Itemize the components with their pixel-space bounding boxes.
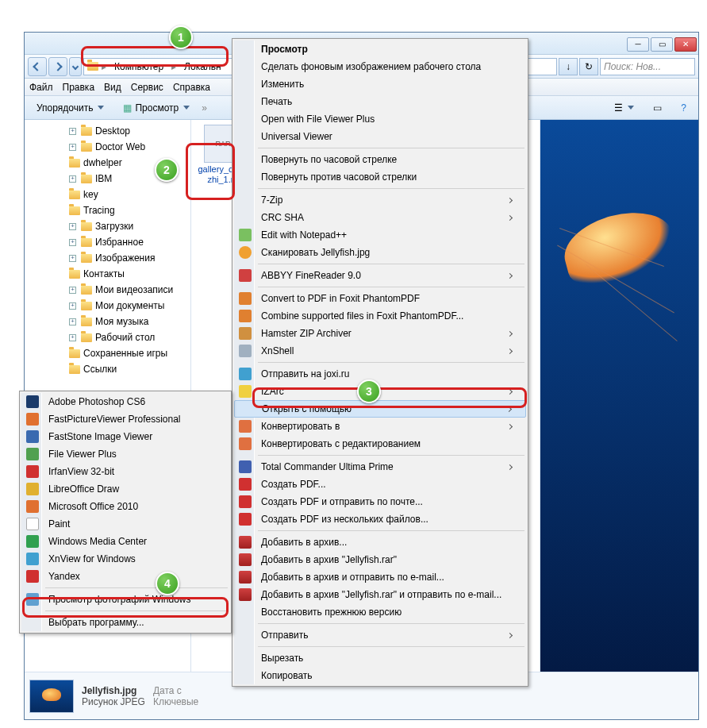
ctx-hamster[interactable]: Hamster ZIP Archiver	[234, 325, 526, 342]
search-placeholder: Поиск: Нов...	[604, 61, 661, 72]
crumb-computer[interactable]: Компьютер	[110, 61, 168, 72]
tree-item: +Рабочий стол	[25, 329, 190, 345]
ow-libreoffice[interactable]: LibreOffice Draw	[21, 480, 229, 498]
ctx-rotate-cw[interactable]: Повернуть по часовой стрелке	[234, 151, 526, 168]
ctx-add-archive-mail[interactable]: Добавить в архив и отправить по e-mail..…	[234, 568, 526, 586]
ctx-add-rar[interactable]: Добавить в архив "Jellyfish.rar"	[234, 551, 526, 568]
tree-item: Ссылки	[25, 361, 190, 377]
badge-3: 3	[357, 379, 381, 403]
ctx-create-pdf-mail[interactable]: Создать PDF и отправить по почте...	[234, 493, 526, 510]
help-button[interactable]: ?	[674, 99, 694, 117]
openwith-submenu[interactable]: Adobe Photoshop CS6 FastPictureViewer Pr…	[19, 391, 232, 634]
chevron-right-icon: ▸	[171, 61, 176, 72]
tree-item: +Загрузки	[25, 218, 190, 234]
ctx-convert-edit[interactable]: Конвертировать с редактированием	[234, 435, 526, 453]
context-menu[interactable]: Просмотр Сделать фоновым изображением ра…	[232, 38, 528, 687]
tree-item: Tracing	[25, 202, 190, 218]
tree-item: +Моя музыка	[25, 314, 190, 329]
ow-xnview[interactable]: XnView for Windows	[21, 550, 229, 568]
ctx-add-archive[interactable]: Добавить в архив...	[234, 533, 526, 551]
ow-msoffice[interactable]: Microsoft Office 2010	[21, 498, 229, 515]
ctx-rotate-ccw[interactable]: Повернуть против часовой стрелки	[234, 168, 526, 186]
ctx-notepadpp[interactable]: Edit with Notepad++	[234, 226, 526, 244]
preview-image	[557, 202, 681, 292]
menu-tools[interactable]: Сервис	[131, 82, 163, 93]
menu-view[interactable]: Вид	[104, 82, 121, 93]
refresh-button[interactable]: ↓	[559, 58, 578, 75]
ctx-xnshell[interactable]: XnShell	[234, 342, 526, 360]
ctx-create-pdf-multi[interactable]: Создать PDF из нескольких файлов...	[234, 510, 526, 528]
ctx-send-to[interactable]: Отправить	[234, 626, 526, 644]
ctx-copy[interactable]: Копировать	[234, 667, 526, 684]
badge-1: 1	[169, 25, 193, 49]
menu-help[interactable]: Справка	[173, 82, 210, 93]
ctx-foxit-combine[interactable]: Combine supported files in Foxit Phantom…	[234, 307, 526, 325]
ctx-add-rar-mail[interactable]: Добавить в архив "Jellyfish.rar" и отпра…	[234, 586, 526, 603]
ctx-preview[interactable]: Просмотр	[234, 40, 526, 58]
ctx-fileviewer[interactable]: Open with File Viewer Plus	[234, 110, 526, 128]
view-mode-button[interactable]: ☰	[607, 99, 641, 117]
ctx-convert-to[interactable]: Конвертировать в	[234, 418, 526, 435]
chevron-right-icon: ▸	[102, 61, 106, 72]
maximize-button[interactable]: ▭	[651, 37, 673, 52]
ctx-universalviewer[interactable]: Universal Viewer	[234, 128, 526, 145]
tree-item: +Doctor Web	[25, 139, 190, 155]
preview-pane-button[interactable]: ▭	[646, 99, 669, 117]
ctx-foxit-convert[interactable]: Convert to PDF in Foxit PhantomPDF	[234, 290, 526, 307]
tree-item: +Desktop	[25, 123, 190, 139]
details-thumbnail	[29, 680, 74, 713]
badge-2: 2	[155, 158, 179, 182]
ow-photoshop[interactable]: Adobe Photoshop CS6	[21, 393, 229, 410]
ctx-edit[interactable]: Изменить	[234, 75, 526, 93]
ctx-restore[interactable]: Восстановить прежнюю версию	[234, 603, 526, 621]
ow-yandex[interactable]: Yandex	[21, 568, 229, 585]
search-input[interactable]: Поиск: Нов...	[600, 58, 695, 75]
menu-edit[interactable]: Правка	[63, 82, 95, 93]
ow-paint[interactable]: Paint	[21, 515, 229, 533]
ctx-totalcmd[interactable]: Total Commander Ultima Prime	[234, 458, 526, 476]
tree-item: +Изображения	[25, 250, 190, 266]
organize-button[interactable]: Упорядочить	[29, 99, 111, 117]
forward-button[interactable]	[48, 57, 67, 76]
crumb-drive[interactable]: Локальн	[179, 61, 226, 72]
ow-fastpicture[interactable]: FastPictureViewer Professional	[21, 410, 229, 428]
folder-icon	[87, 62, 98, 71]
ow-faststone[interactable]: FastStone Image Viewer	[21, 428, 229, 445]
ctx-open-with[interactable]: Открыть с помощью	[234, 400, 526, 418]
preview-button[interactable]: ▦Просмотр	[116, 99, 197, 117]
ow-irfanview[interactable]: IrfanView 32-bit	[21, 463, 229, 480]
tree-item: +Мои документы	[25, 298, 190, 314]
ctx-set-wallpaper[interactable]: Сделать фоновым изображением рабочего ст…	[234, 58, 526, 75]
menu-file[interactable]: Файл	[29, 82, 53, 93]
refresh-button-2[interactable]: ↻	[579, 58, 598, 75]
ow-windows-photo-viewer[interactable]: Просмотр фотографий Windows	[21, 591, 229, 608]
ctx-7zip[interactable]: 7-Zip	[234, 191, 526, 209]
tree-item: Сохраненные игры	[25, 345, 190, 361]
ctx-crc[interactable]: CRC SHA	[234, 209, 526, 226]
tree-item: key	[25, 187, 190, 202]
ctx-print[interactable]: Печать	[234, 93, 526, 110]
details-filename: Jellyfish.jpg	[82, 685, 145, 696]
tree-item: Контакты	[25, 266, 190, 282]
ctx-abbyy[interactable]: ABBYY FineReader 9.0	[234, 267, 526, 284]
ctx-cut[interactable]: Вырезать	[234, 649, 526, 667]
tree-item: +Мои видеозаписи	[25, 282, 190, 298]
preview-pane	[540, 120, 698, 672]
tree-item: +Избранное	[25, 234, 190, 250]
ow-choose-program[interactable]: Выбрать программу...	[21, 614, 229, 631]
chevron-down-icon	[183, 106, 190, 110]
history-dropdown[interactable]	[69, 57, 82, 76]
details-date-label: Дата с	[153, 685, 198, 696]
back-button[interactable]	[28, 57, 47, 76]
minimize-button[interactable]: ─	[627, 37, 649, 52]
ow-fileviewer[interactable]: File Viewer Plus	[21, 445, 229, 463]
ctx-scan[interactable]: Сканировать Jellyfish.jpg	[234, 244, 526, 261]
close-button[interactable]: ✕	[674, 37, 697, 52]
ow-wmc[interactable]: Windows Media Center	[21, 533, 229, 550]
organize-label: Упорядочить	[37, 102, 93, 114]
chevron-down-icon	[98, 106, 104, 110]
preview-label: Просмотр	[135, 102, 179, 114]
details-tags-label: Ключевые	[153, 696, 198, 707]
ctx-joxi[interactable]: Отправить на joxi.ru	[234, 365, 526, 383]
ctx-create-pdf[interactable]: Создать PDF...	[234, 476, 526, 493]
